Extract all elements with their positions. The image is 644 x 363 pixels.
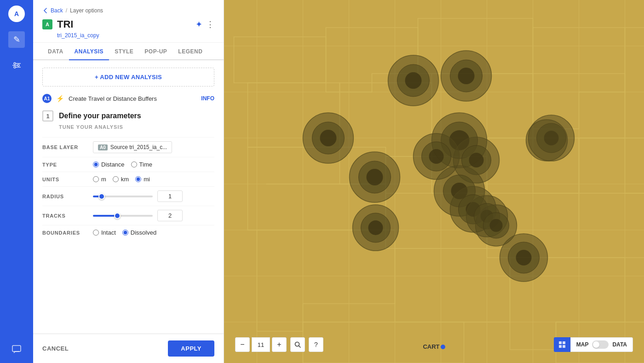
tab-legend[interactable]: LEGEND [172, 43, 208, 60]
svg-point-44 [469, 153, 484, 167]
svg-point-32 [320, 130, 337, 146]
section-title: Define your parameters [59, 112, 141, 120]
tracks-slider[interactable] [93, 215, 153, 217]
grid-view-button[interactable] [554, 337, 570, 352]
radius-slider[interactable] [93, 196, 153, 197]
tabs: DATA ANALYSIS STYLE POP-UP LEGEND [33, 43, 224, 60]
svg-point-26 [405, 72, 422, 89]
base-layer-row: BASE LAYER A0 Source tri_2015_ia_c... [42, 137, 214, 157]
units-controls: m km mi [93, 176, 214, 183]
panel-footer: CANCEL APPLY [33, 334, 224, 363]
add-analysis-button[interactable]: + ADD NEW ANALYSIS [42, 68, 214, 86]
cancel-button[interactable]: CANCEL [42, 345, 69, 352]
units-mi-radio[interactable] [135, 176, 141, 182]
sidebar-edit-icon[interactable]: ✎ [8, 31, 25, 48]
source-text: Source tri_2015_ia_c... [110, 144, 167, 150]
side-panel: Back / Layer options A TRI ✦ ⋮ tri_2015_… [33, 0, 224, 363]
app-sidebar: A ✎ [0, 0, 33, 363]
units-m-label: m [101, 176, 106, 183]
radius-controls [93, 190, 214, 202]
carto-watermark: CART [423, 343, 445, 350]
boundaries-row: BOUNDARIES Intact Dissolved [42, 225, 214, 240]
boundaries-intact-radio[interactable] [93, 230, 99, 236]
app-logo[interactable]: A [8, 6, 25, 22]
zoom-level: 11 [252, 337, 270, 352]
svg-point-48 [526, 120, 568, 161]
zoom-out-button[interactable]: − [235, 337, 250, 352]
svg-point-41 [429, 149, 444, 164]
boundaries-dissolved-label: Dissolved [131, 229, 156, 236]
type-distance-label: Distance [101, 161, 125, 168]
base-layer-label: BASE LAYER [42, 144, 93, 150]
panel-header: Back / Layer options A TRI ✦ ⋮ tri_2015_… [33, 0, 224, 43]
info-link[interactable]: INFO [201, 95, 214, 102]
zoom-in-button[interactable]: + [272, 337, 287, 352]
svg-point-63 [368, 220, 383, 235]
map-container[interactable]: − 11 + ? CART MAP [224, 0, 644, 363]
layer-title-left: A TRI [42, 18, 73, 30]
sparkle-icon[interactable]: ✦ [196, 19, 202, 29]
boundaries-intact-option[interactable]: Intact [93, 229, 116, 236]
breadcrumb-current: Layer options [70, 7, 103, 14]
tab-data[interactable]: DATA [42, 43, 69, 60]
define-params-section: 1 Define your parameters [42, 110, 214, 121]
boundaries-dissolved-radio[interactable] [122, 230, 128, 236]
map-controls: − 11 + ? [235, 337, 323, 352]
more-options-icon[interactable]: ⋮ [206, 19, 214, 29]
units-m-radio[interactable] [93, 176, 99, 182]
svg-point-2 [14, 66, 16, 68]
units-row: UNITS m km mi [42, 172, 214, 186]
search-button[interactable] [290, 337, 305, 352]
map-toggle-label: MAP [576, 341, 589, 348]
tracks-value[interactable] [157, 210, 183, 221]
svg-point-60 [490, 219, 503, 232]
map-toggle-bar: MAP DATA [570, 337, 633, 352]
type-controls: Distance Time [93, 161, 214, 168]
svg-rect-69 [559, 341, 562, 344]
help-button[interactable]: ? [309, 337, 323, 352]
svg-point-1 [17, 64, 19, 66]
svg-line-68 [299, 346, 301, 348]
map-data-toggle: MAP DATA [554, 337, 633, 352]
tracks-row: TRACKS [42, 206, 214, 225]
source-badge: A0 [98, 144, 108, 150]
step-number: 1 [42, 110, 53, 121]
tab-style[interactable]: STYLE [109, 43, 139, 60]
units-mi-option[interactable]: mi [135, 176, 150, 183]
sidebar-filter-icon[interactable] [8, 57, 25, 74]
apply-button[interactable]: APPLY [168, 340, 214, 357]
tracks-label: TRACKS [42, 213, 93, 219]
sidebar-chat-icon[interactable] [8, 341, 25, 357]
svg-point-29 [458, 68, 475, 84]
tab-analysis[interactable]: ANALYSIS [69, 43, 109, 60]
map-data-switch[interactable] [592, 340, 609, 349]
carto-text: CART [423, 343, 439, 350]
units-km-option[interactable]: km [113, 176, 129, 183]
tab-popup[interactable]: POP-UP [139, 43, 172, 60]
type-distance-option[interactable]: Distance [93, 161, 125, 168]
boundaries-intact-label: Intact [101, 229, 116, 236]
layer-badge: A [42, 19, 52, 29]
tracks-controls [93, 210, 214, 221]
boundaries-label: BOUNDARIES [42, 230, 93, 236]
svg-point-0 [14, 63, 16, 64]
svg-rect-72 [563, 345, 565, 348]
type-time-option[interactable]: Time [131, 161, 152, 168]
carto-dot [441, 345, 445, 349]
base-layer-select[interactable]: A0 Source tri_2015_ia_c... [93, 141, 172, 153]
svg-rect-70 [563, 341, 565, 344]
units-m-option[interactable]: m [93, 176, 106, 183]
type-time-radio[interactable] [131, 161, 137, 167]
radius-value[interactable] [157, 190, 183, 202]
layer-subtitle[interactable]: tri_2015_ia_copy [57, 32, 214, 39]
back-button[interactable]: Back [42, 7, 63, 14]
svg-rect-6 [12, 346, 21, 351]
type-distance-radio[interactable] [93, 161, 99, 167]
radius-row: RADIUS [42, 186, 214, 206]
type-label: TYPE [42, 162, 93, 167]
units-km-radio[interactable] [113, 176, 119, 182]
boundaries-dissolved-option[interactable]: Dissolved [122, 229, 156, 236]
units-km-label: km [121, 176, 129, 183]
boundaries-controls: Intact Dissolved [93, 229, 214, 236]
map-svg [224, 0, 644, 363]
